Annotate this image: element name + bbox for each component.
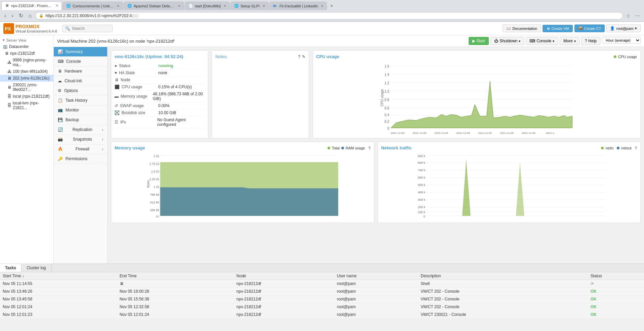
forward-button[interactable]: › — [10, 12, 15, 19]
sidebar-item-local[interactable]: 🗄 local (npx-218212df) — [0, 93, 53, 100]
time-range-selector[interactable]: Hour (average) Day (average) Week (avera… — [602, 37, 641, 44]
reload-button[interactable]: ↻ — [17, 12, 25, 19]
tab-title-4: start [DokuWiki] — [195, 4, 221, 8]
create-vm-button[interactable]: 🖥 Create VM — [543, 25, 573, 32]
menu-item-options[interactable]: ⚙ Options — [54, 86, 107, 96]
tab-2[interactable]: 🌐 Contournements | Unbou... × — [62, 2, 123, 10]
help-button[interactable]: ? Help — [581, 37, 600, 45]
help-icon: ? — [585, 39, 587, 43]
menu-item-firewall[interactable]: 🔥 Firewall › — [54, 144, 107, 154]
netin-legend-dot — [601, 147, 604, 149]
tab-5[interactable]: 🌐 Setup GLPI × — [230, 2, 269, 10]
col-start-time[interactable]: Start Time ↓ — [0, 272, 117, 280]
status-value: running — [158, 63, 173, 68]
tab-title-5: Setup GLPI — [241, 4, 260, 8]
network-chart-help[interactable]: ? — [635, 146, 637, 150]
content-header: Virtual Machine 202 (vms-6126c16c) on no… — [54, 35, 644, 47]
firewall-arrow-icon: › — [102, 147, 103, 151]
menu-item-hardware[interactable]: 🖥 Hardware — [54, 66, 107, 76]
menu-item-monitor[interactable]: 📺 Monitor — [54, 105, 107, 115]
sidebar-item-local-lvm[interactable]: 🗄 local-lvm (npx-21821... — [0, 100, 53, 111]
menu-item-console[interactable]: ⌨ Console — [54, 57, 107, 66]
task-status-2: OK — [588, 288, 644, 295]
start-button[interactable]: ▶ Start — [469, 37, 489, 45]
storage-icon-lvm: 🗄 — [7, 103, 11, 108]
info-row-ips: ☰ IPs No Guest Agent configured — [115, 116, 205, 128]
console-button[interactable]: ⌨ Console ▾ — [526, 37, 558, 45]
menu-item-snapshots[interactable]: 📸 Snapshots › — [54, 135, 107, 144]
sidebar-item-vms230[interactable]: 🖥 230021 (vms-9fe0027... — [0, 82, 53, 93]
create-ct-icon: 📦 — [578, 26, 583, 31]
col-user[interactable]: User name — [334, 272, 418, 280]
tab-1[interactable]: 🖥 npx-218212df - Proxmox ... × — [1, 1, 62, 10]
svg-text:16:19: 16:19 — [547, 134, 554, 135]
documentation-button[interactable]: 📖 Documentation — [503, 25, 541, 32]
more-button[interactable]: More ▾ — [560, 37, 579, 45]
sidebar-item-datacenter[interactable]: 🏢 Datacenter — [0, 43, 53, 50]
taskbar-tab-tasks[interactable]: Tasks — [0, 264, 22, 272]
console-menu-icon: ⌨ — [58, 59, 63, 64]
new-tab-button[interactable]: + — [328, 1, 336, 10]
menu-item-backup[interactable]: 💾 Backup — [54, 115, 107, 125]
notes-edit-icon[interactable]: ✎ — [302, 54, 305, 59]
browser-chrome: 🖥 npx-218212df - Proxmox ... × 🌐 Contour… — [0, 0, 644, 22]
svg-text:512 Mi: 512 Mi — [150, 201, 159, 204]
network-chart-legend: netin netout ? — [601, 146, 637, 150]
home-button[interactable]: ⌂ — [27, 12, 34, 19]
tab-close-6[interactable]: × — [321, 4, 323, 8]
options-icon: ⚙ — [58, 88, 61, 93]
menu-item-task-history[interactable]: 📋 Task History — [54, 96, 107, 105]
swap-value: 0.00% — [158, 103, 170, 108]
user-menu-button[interactable]: 👤 root@pam ▾ — [606, 25, 641, 32]
tab-title-6: Fil d'actualité | LinkedIn — [280, 4, 318, 8]
tab-4[interactable]: 📄 start [DokuWiki] × — [185, 2, 230, 10]
notes-help-icon[interactable]: ? — [298, 54, 300, 59]
address-text: https://10.2.30.221:8006/#v1:0:=qemu%2F2… — [45, 13, 619, 18]
netout-legend-dot — [617, 147, 619, 149]
tab-6[interactable]: in Fil d'actualité | LinkedIn × — [269, 2, 327, 10]
sidebar: ▾ Server View 🏢 Datacenter 🖥 npx-218212d… — [0, 35, 54, 264]
ha-value: none — [158, 70, 167, 75]
menu-item-permissions[interactable]: 🔑 Permissions — [54, 154, 107, 164]
tab-close-1[interactable]: × — [56, 3, 58, 8]
col-desc[interactable]: Description — [418, 272, 588, 280]
svg-text:700 k: 700 k — [418, 169, 425, 172]
tab-3[interactable]: 🌐 Apache2 Debian Default Page... × — [124, 2, 184, 10]
server-view-arrow: ▾ — [3, 38, 5, 42]
shutdown-button[interactable]: ⏻ Shutdown ▾ — [490, 37, 524, 45]
menu-item-replication[interactable]: 🔄 Replication › — [54, 125, 107, 135]
tab-close-4[interactable]: × — [224, 4, 226, 8]
address-bar[interactable]: 🔒 https://10.2.30.221:8006/#v1:0:=qemu%2… — [35, 12, 623, 19]
sidebar-item-fwn[interactable]: 🖧 100 (fwn-9f91a304) — [0, 68, 53, 75]
task-node-3: npx-218212df — [234, 295, 334, 303]
create-ct-button[interactable]: 📦 Create CT — [574, 25, 605, 32]
server-view-header[interactable]: ▾ Server View — [0, 37, 53, 43]
col-status[interactable]: Status — [588, 272, 644, 280]
task-status-4: OK — [588, 303, 644, 311]
tab-close-3[interactable]: × — [178, 4, 180, 8]
total-legend-label: Total — [332, 146, 340, 150]
col-end-time[interactable]: End Time — [117, 272, 234, 280]
svg-text:0: 0 — [423, 215, 425, 218]
taskbar-tab-cluster-log[interactable]: Cluster log — [22, 264, 51, 272]
sidebar-item-vms202[interactable]: 🖥 202 (vms-6126c16c) — [0, 75, 53, 82]
search-input[interactable] — [72, 26, 105, 31]
sidebar-item-node[interactable]: 🖥 npx-218212df — [0, 50, 53, 57]
menu-item-summary[interactable]: 📊 Summary — [54, 47, 107, 57]
memory-chart-help[interactable]: ? — [368, 146, 370, 150]
back-button[interactable]: ‹ — [3, 12, 8, 19]
menu-icon[interactable]: ⋯ — [634, 12, 641, 19]
total-legend-dot — [328, 147, 330, 149]
col-node[interactable]: Node — [234, 272, 334, 280]
panel-row-1: vms-6126c16c (Uptime: 04:52:24) ● Status… — [111, 50, 641, 138]
sidebar-item-nginx[interactable]: 🖧 9999 (nginx-proxy-ma... — [0, 57, 53, 68]
search-box[interactable]: 🔍 — [62, 25, 113, 32]
tab-bar: 🖥 npx-218212df - Proxmox ... × 🌐 Contour… — [0, 0, 644, 10]
bookmark-icon[interactable]: ☆ — [625, 12, 632, 19]
menu-item-cloud-init[interactable]: ☁ Cloud-Init — [54, 76, 107, 86]
tab-close-2[interactable]: × — [117, 4, 119, 8]
task-user-4: root@pam — [334, 303, 418, 311]
network-chart-svg: 900 k 800 k 700 k 600 k 500 k 400 k 300 … — [381, 152, 637, 219]
tab-close-5[interactable]: × — [263, 4, 265, 8]
svg-text:0.2: 0.2 — [385, 120, 389, 124]
